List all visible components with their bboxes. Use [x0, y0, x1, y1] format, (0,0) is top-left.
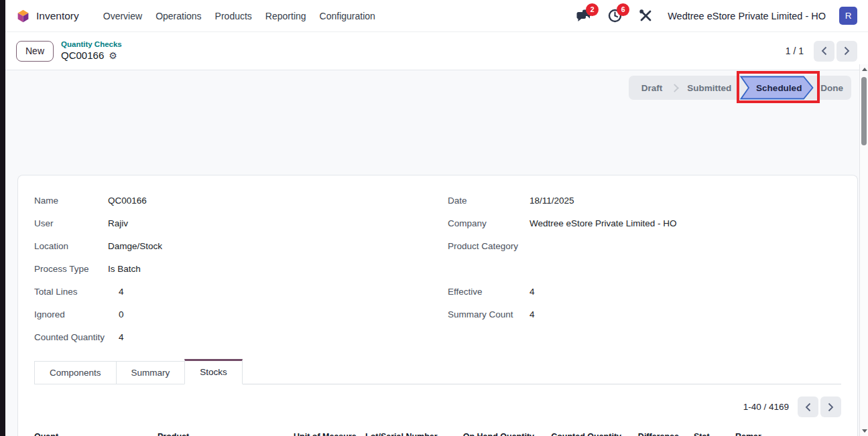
navbar-right: 2 6 Wedtree eStore Private Limited - HO …: [575, 7, 857, 25]
field-date: Date 18/11/2025: [448, 189, 841, 212]
field-value[interactable]: Damge/Stock: [108, 241, 162, 251]
nav-item-overview[interactable]: Overview: [97, 7, 149, 25]
record-pager-value: 1 / 1: [786, 46, 804, 56]
pager-previous-button[interactable]: [814, 41, 834, 62]
scroll-up-arrow-icon[interactable]: [862, 68, 867, 71]
field-name: Name QC00166: [34, 189, 448, 212]
stage-scheduled-label: Scheduled: [740, 76, 814, 100]
column-header-product[interactable]: Product: [158, 425, 294, 436]
stage-submitted[interactable]: Submitted: [678, 83, 740, 93]
field-user: User Rajiv: [34, 212, 448, 234]
column-header-uom[interactable]: Unit of Measure: [294, 425, 365, 436]
field-value[interactable]: Rajiv: [108, 218, 128, 228]
column-header-counted[interactable]: Counted Quantity: [540, 425, 627, 436]
field-location: Location Damge/Stock: [34, 234, 448, 257]
field-effective: Effective 4: [448, 280, 841, 303]
app-name[interactable]: Inventory: [36, 10, 79, 22]
field-value[interactable]: 18/11/2025: [530, 196, 574, 206]
field-label: Total Lines: [34, 287, 108, 297]
column-header-quant[interactable]: Quant: [34, 425, 158, 436]
list-pager-previous-button[interactable]: [798, 396, 818, 417]
field-label: Effective: [448, 287, 530, 297]
scrollbar-thumb[interactable]: [861, 77, 867, 145]
nav-item-products[interactable]: Products: [208, 7, 259, 25]
record-name: QC00166: [61, 50, 104, 62]
field-group-right: Date 18/11/2025 Company Wedtree eStore P…: [448, 189, 841, 348]
field-label: Location: [34, 241, 108, 251]
stage-done[interactable]: Done: [814, 83, 851, 93]
activities-badge: 6: [617, 3, 629, 16]
statusbar: Draft Submitted Scheduled Done: [629, 76, 851, 100]
column-header-on-hand[interactable]: On Hand Quantity: [444, 425, 540, 436]
list-pager: 1-40 / 4169: [34, 396, 841, 417]
breadcrumb: Quantity Checks QC00166 ⚙: [61, 40, 122, 62]
gear-icon[interactable]: ⚙: [109, 51, 117, 60]
record-pager: 1 / 1: [786, 41, 857, 62]
pager-next-button[interactable]: [836, 41, 857, 62]
field-label: Summary Count: [448, 309, 530, 319]
field-label: Date: [448, 196, 530, 206]
stage-draft[interactable]: Draft: [633, 83, 672, 93]
field-value[interactable]: 4: [108, 332, 124, 342]
field-value[interactable]: 4: [530, 287, 535, 297]
field-ignored: Ignored 0: [34, 303, 448, 325]
field-value[interactable]: 4: [530, 309, 535, 319]
field-summary-count: Summary Count 4: [448, 303, 841, 325]
tab-summary[interactable]: Summary: [116, 361, 186, 384]
navbar-left: Inventory Overview Operations Products R…: [16, 7, 382, 25]
stocks-table: Quant Product Unit of Measure Lot/Serial…: [34, 425, 841, 436]
user-avatar[interactable]: R: [839, 7, 857, 25]
list-pager-next-button[interactable]: [820, 396, 841, 417]
chevron-left-icon: [821, 46, 827, 56]
chevron-left-icon: [805, 403, 811, 412]
debug-tools-button[interactable]: [637, 7, 654, 25]
control-panel: New Quantity Checks QC00166 ⚙ 1 / 1: [5, 32, 868, 70]
field-label: Counted Quantity: [34, 332, 108, 342]
field-label: User: [34, 218, 108, 228]
field-product-category: Product Category: [448, 234, 841, 257]
stage-scheduled-active[interactable]: Scheduled: [740, 76, 814, 100]
field-value[interactable]: Wedtree eStore Private Limited - HO: [530, 218, 677, 228]
nav-item-configuration[interactable]: Configuration: [313, 7, 382, 25]
vertical-scrollbar[interactable]: [859, 64, 868, 436]
field-spacer: [448, 257, 841, 280]
new-button[interactable]: New: [16, 41, 54, 62]
field-value[interactable]: 4: [108, 287, 124, 297]
messages-badge: 2: [586, 3, 599, 16]
inventory-app-icon[interactable]: [16, 9, 30, 23]
field-label: Ignored: [34, 309, 108, 319]
column-header-lot[interactable]: Lot/Serial Number: [365, 425, 444, 436]
chevron-right-icon: [828, 403, 834, 412]
tab-components[interactable]: Components: [34, 361, 117, 384]
tab-stocks[interactable]: Stocks: [184, 359, 243, 384]
breadcrumb-parent-link[interactable]: Quantity Checks: [61, 40, 122, 49]
form-view-background: Draft Submitted Scheduled Done Name QC00…: [5, 70, 859, 436]
nav-item-operations[interactable]: Operations: [149, 7, 208, 25]
stage-separator-icon: [670, 84, 679, 92]
field-label: Process Type: [34, 264, 108, 274]
form-sheet: Name QC00166 User Rajiv Location Damge/S…: [17, 175, 858, 436]
field-label: Name: [34, 196, 108, 206]
company-switcher[interactable]: Wedtree eStore Private Limited - HO: [668, 11, 826, 21]
messages-button[interactable]: 2: [575, 7, 593, 25]
field-process-type: Process Type Is Batch: [34, 257, 448, 280]
field-groups: Name QC00166 User Rajiv Location Damge/S…: [34, 189, 841, 348]
top-navbar: Inventory Overview Operations Products R…: [5, 0, 868, 32]
field-value[interactable]: Is Batch: [108, 264, 141, 274]
nav-item-reporting[interactable]: Reporting: [259, 7, 313, 25]
field-value[interactable]: QC00166: [108, 196, 147, 206]
field-company: Company Wedtree eStore Private Limited -…: [448, 212, 841, 234]
activities-button[interactable]: 6: [606, 7, 623, 25]
column-header-difference[interactable]: Difference: [627, 425, 684, 436]
field-value[interactable]: 0: [108, 309, 124, 319]
column-header-status[interactable]: Stat…: [684, 425, 726, 436]
window-edge-strip: [0, 0, 5, 436]
inventory-app-window: Inventory Overview Operations Products R…: [0, 0, 868, 436]
field-label: Product Category: [448, 241, 530, 251]
scroll-down-arrow-icon[interactable]: [862, 429, 867, 433]
column-header-remarks[interactable]: Remar…: [726, 425, 841, 436]
field-total-lines: Total Lines 4: [34, 280, 448, 303]
tools-icon: [639, 9, 652, 22]
field-label: Company: [448, 218, 530, 228]
breadcrumb-current: QC00166 ⚙: [61, 50, 122, 62]
